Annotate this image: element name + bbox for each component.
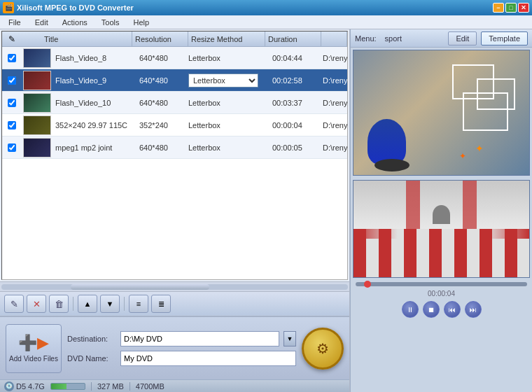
edit-button[interactable]: ✎ bbox=[4, 295, 24, 313]
prev-button[interactable]: ⏮ bbox=[444, 301, 461, 318]
progress-thumb[interactable] bbox=[364, 281, 371, 288]
row5-thumb bbox=[22, 137, 52, 158]
row3-thumb bbox=[22, 92, 52, 113]
ceiling-strip2 bbox=[463, 181, 477, 229]
table-row[interactable]: mpeg1 mp2 joint 640*480 Letterbox 00:00:… bbox=[2, 136, 347, 159]
row2-duration: 00:02:58 bbox=[270, 76, 320, 85]
row5-thumbnail bbox=[23, 138, 51, 158]
bottom-panel: ➕▶ Add Video Files Destination: ▼ DVD Na… bbox=[0, 316, 349, 379]
next-button[interactable]: ⏭ bbox=[465, 301, 482, 318]
row1-check[interactable] bbox=[2, 54, 22, 62]
disc-label: D5 bbox=[16, 382, 26, 391]
horizontal-scrollbar[interactable] bbox=[0, 281, 349, 291]
scrollbar-thumb[interactable] bbox=[71, 284, 209, 290]
stop-button[interactable]: ⏹ bbox=[423, 301, 440, 318]
delete-button[interactable]: 🗑 bbox=[49, 295, 69, 313]
used-space: 327 MB bbox=[97, 382, 124, 391]
menu-file[interactable]: File bbox=[6, 17, 24, 28]
titlebar-left: 🎬 Xilisoft MPEG to DVD Converter bbox=[3, 2, 134, 13]
remove-button[interactable]: ✕ bbox=[27, 295, 46, 313]
row2-checkbox[interactable] bbox=[8, 76, 16, 85]
th-duration: Duration bbox=[265, 31, 321, 46]
move-up-button[interactable]: ▲ bbox=[78, 295, 97, 313]
preview-background: ✦ ✦ bbox=[354, 50, 529, 175]
time-display: 00:00:04 bbox=[353, 290, 530, 298]
menu-tools[interactable]: Tools bbox=[99, 17, 122, 28]
corridor-background bbox=[354, 181, 529, 277]
row2-check[interactable] bbox=[2, 76, 22, 85]
status-separator2 bbox=[130, 382, 130, 391]
app-icon: 🎬 bbox=[3, 2, 14, 13]
statusbar: 💿 D5 4.7G 327 MB 4700MB bbox=[0, 379, 349, 392]
table-row[interactable]: Flash_Video_8 640*480 Letterbox 00:04:44… bbox=[2, 47, 347, 69]
resize-method-select[interactable]: Letterbox Pan & Scan Stretch bbox=[188, 74, 258, 88]
right-panel: Menu: sport Edit Template ✦ ✦ bbox=[350, 29, 532, 392]
row1-duration: 00:04:44 bbox=[270, 54, 320, 62]
menu-edit[interactable]: Edit bbox=[32, 17, 51, 28]
add-button-label: Add Video Files bbox=[9, 355, 58, 363]
progress-track[interactable] bbox=[356, 282, 527, 286]
menu-help[interactable]: Help bbox=[130, 17, 152, 28]
add-icon: ➕▶ bbox=[18, 334, 49, 352]
destination-row: Destination: ▼ bbox=[67, 331, 296, 346]
row5-duration: 00:00:05 bbox=[270, 144, 320, 152]
disc-icon: 💿 bbox=[4, 382, 14, 391]
edit-tab-button[interactable]: Edit bbox=[448, 31, 477, 46]
move-down-button[interactable]: ▼ bbox=[100, 295, 120, 313]
bottom-preview bbox=[353, 180, 530, 278]
pencil-icon: ✎ bbox=[8, 34, 15, 44]
destination-input[interactable] bbox=[120, 331, 279, 346]
row1-checkbox[interactable] bbox=[8, 54, 16, 62]
row2-thumb bbox=[22, 70, 52, 91]
row5-checkbox[interactable] bbox=[8, 144, 16, 152]
person-figure bbox=[433, 205, 450, 225]
status-separator bbox=[91, 382, 92, 391]
menu-actions[interactable]: Actions bbox=[59, 17, 90, 28]
row3-checkbox[interactable] bbox=[8, 99, 16, 107]
row3-check[interactable] bbox=[2, 99, 22, 107]
row4-checkbox[interactable] bbox=[8, 121, 16, 130]
separator1 bbox=[73, 297, 74, 311]
table-row[interactable]: Flash_Video_9 640*480 Letterbox Pan & Sc… bbox=[2, 69, 347, 92]
close-button[interactable]: ✕ bbox=[518, 3, 529, 13]
row4-path: D:\reny. bbox=[320, 121, 347, 130]
row4-check[interactable] bbox=[2, 121, 22, 130]
row5-check[interactable] bbox=[2, 144, 22, 152]
disc-info: 💿 D5 4.7G bbox=[4, 382, 45, 391]
row4-resolution: 352*240 bbox=[136, 121, 186, 130]
row2-resize-dropdown[interactable]: Letterbox Pan & Scan Stretch bbox=[186, 74, 270, 88]
menu-value: sport bbox=[381, 33, 406, 44]
row1-resolution: 640*480 bbox=[136, 54, 186, 62]
edit-toolbar: ✎ ✕ 🗑 ▲ ▼ ≡ ≣ bbox=[0, 291, 349, 316]
list-view-button[interactable]: ≡ bbox=[129, 295, 148, 313]
play-pause-button[interactable]: ⏸ bbox=[402, 301, 419, 318]
template-tab-button[interactable]: Template bbox=[481, 31, 528, 46]
row1-thumb bbox=[22, 48, 52, 69]
scrollbar-track[interactable] bbox=[1, 284, 348, 290]
table-row[interactable]: Flash_Video_10 640*480 Letterbox 00:03:3… bbox=[2, 92, 347, 114]
dvdname-input[interactable] bbox=[120, 351, 296, 366]
titlebar-buttons: − □ ✕ bbox=[493, 3, 529, 13]
table-row[interactable]: 352×240 29.97 115C 352*240 Letterbox 00:… bbox=[2, 114, 347, 136]
menu-label: Menu: bbox=[355, 34, 377, 43]
dvdname-label: DVD Name: bbox=[67, 354, 116, 363]
file-table: ✎ Title Resolution Resize Method Duratio… bbox=[1, 31, 348, 280]
row3-title: Flash_Video_10 bbox=[52, 99, 136, 107]
convert-button[interactable]: ⚙ bbox=[302, 328, 344, 370]
row1-thumbnail bbox=[23, 48, 51, 68]
main-container: ✎ Title Resolution Resize Method Duratio… bbox=[0, 29, 532, 392]
detail-view-button[interactable]: ≣ bbox=[151, 295, 171, 313]
row5-path: D:\reny. bbox=[320, 144, 347, 152]
separator2 bbox=[124, 297, 125, 311]
player-controls: ⏸ ⏹ ⏮ ⏭ bbox=[353, 299, 530, 320]
destination-dropdown[interactable]: ▼ bbox=[284, 331, 296, 346]
minimize-button[interactable]: − bbox=[493, 3, 504, 13]
destination-panel: Destination: ▼ DVD Name: bbox=[67, 331, 296, 366]
storage-bar bbox=[50, 383, 85, 390]
maximize-button[interactable]: □ bbox=[505, 3, 517, 13]
row2-thumbnail bbox=[23, 71, 51, 90]
row1-path: D:\reny. bbox=[320, 54, 347, 62]
row4-thumbnail bbox=[23, 115, 51, 135]
add-video-button[interactable]: ➕▶ Add Video Files bbox=[6, 324, 62, 373]
row2-path: D:\reny. bbox=[320, 76, 347, 85]
